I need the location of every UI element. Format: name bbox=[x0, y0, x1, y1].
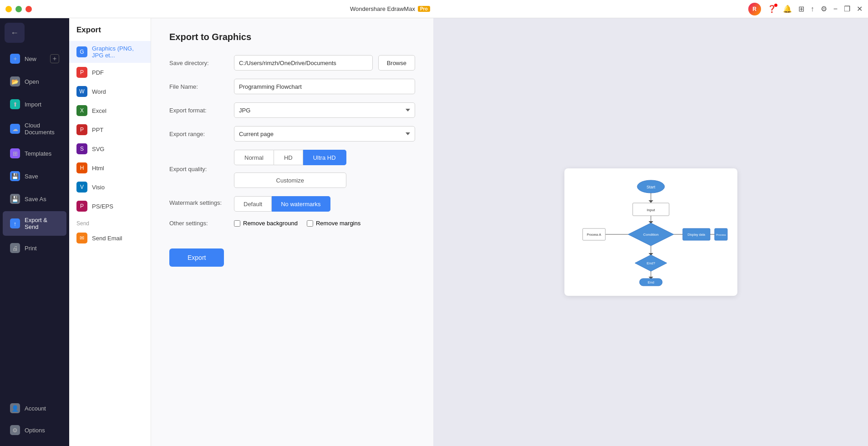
maximize-button[interactable] bbox=[15, 6, 22, 12]
quality-hd-button[interactable]: HD bbox=[274, 150, 303, 165]
export-format-select[interactable]: JPG PNG BMP SVG PDF bbox=[234, 102, 415, 118]
nav-item-templates[interactable]: ⊞ Templates bbox=[3, 143, 66, 164]
nav-item-saveas[interactable]: 💾 Save As bbox=[3, 188, 66, 209]
export-item-ppt[interactable]: P PPT bbox=[69, 120, 151, 139]
nav-item-cloud[interactable]: ☁ Cloud Documents bbox=[3, 117, 66, 141]
quality-normal-button[interactable]: Normal bbox=[234, 150, 274, 165]
export-item-visio[interactable]: V Visio bbox=[69, 177, 151, 197]
export-sidebar-title: Export bbox=[69, 25, 151, 41]
help-icon[interactable]: ❓ bbox=[767, 5, 777, 13]
app-title: Wondershare EdrawMax bbox=[350, 5, 415, 12]
nav-save-label: Save bbox=[25, 173, 38, 180]
nav-account-label: Account bbox=[25, 405, 46, 412]
export-item-word[interactable]: W Word bbox=[69, 82, 151, 101]
export-item-pdf[interactable]: P PDF bbox=[69, 63, 151, 82]
excel-icon: X bbox=[76, 105, 87, 116]
remove-background-item[interactable]: Remove background bbox=[234, 220, 298, 227]
pro-badge: Pro bbox=[418, 6, 430, 12]
export-item-svg[interactable]: S SVG bbox=[69, 139, 151, 158]
nav-item-new[interactable]: ＋ New ＋ bbox=[3, 48, 66, 69]
nav-item-save[interactable]: 💾 Save bbox=[3, 166, 66, 187]
minimize-win-icon[interactable]: − bbox=[833, 5, 838, 13]
nav-item-account[interactable]: 👤 Account bbox=[3, 398, 66, 419]
export-item-pseps[interactable]: P PS/EPS bbox=[69, 197, 151, 216]
send-section-label: Send bbox=[69, 216, 151, 228]
nav-export-label: Export & Send bbox=[25, 217, 59, 230]
new-plus-icon[interactable]: ＋ bbox=[50, 54, 59, 63]
watermark-row: Watermark settings: Default No watermark… bbox=[169, 196, 415, 212]
watermark-none-button[interactable]: No watermarks bbox=[272, 196, 330, 212]
export-item-email[interactable]: ✉ Send Email bbox=[69, 228, 151, 248]
nav-print-label: Print bbox=[25, 245, 37, 252]
main-layout: ← ＋ New ＋ 📂 Open ⬆ Import ☁ Cloud Docume… bbox=[0, 18, 868, 446]
nav-templates-label: Templates bbox=[25, 150, 51, 157]
apps-icon[interactable]: ⊞ bbox=[798, 5, 804, 13]
settings-icon[interactable]: ⚙ bbox=[821, 5, 827, 13]
nav-item-print[interactable]: 🖨 Print bbox=[3, 238, 66, 258]
file-name-input[interactable] bbox=[234, 79, 415, 94]
export-item-html[interactable]: H Html bbox=[69, 158, 151, 177]
nav-item-options[interactable]: ⚙ Options bbox=[3, 420, 66, 441]
watermark-controls: Default No watermarks bbox=[234, 196, 330, 212]
graphics-icon: G bbox=[76, 46, 87, 57]
close-button[interactable] bbox=[25, 6, 32, 12]
flowchart-preview: Start Input Condition bbox=[574, 177, 728, 287]
svg-text:Process: Process bbox=[716, 233, 726, 236]
export-item-excel[interactable]: X Excel bbox=[69, 101, 151, 120]
new-icon: ＋ bbox=[10, 54, 20, 64]
form-title: Export to Graphics bbox=[169, 32, 415, 42]
nav-item-export[interactable]: ↑ Export & Send bbox=[3, 211, 66, 236]
export-item-graphics[interactable]: G Graphics (PNG, JPG et... bbox=[69, 41, 151, 63]
remove-background-label: Remove background bbox=[243, 220, 298, 227]
save-directory-input[interactable] bbox=[234, 55, 373, 71]
nav-open-label: Open bbox=[25, 78, 39, 85]
nav-item-import[interactable]: ⬆ Import bbox=[3, 94, 66, 115]
print-icon: 🖨 bbox=[10, 243, 20, 253]
other-settings-label: Other settings: bbox=[169, 220, 228, 227]
ppt-icon: P bbox=[76, 124, 87, 135]
back-button[interactable]: ← bbox=[5, 23, 25, 43]
cloud-icon: ☁ bbox=[10, 124, 20, 134]
preview-area: Start Input Condition bbox=[433, 18, 868, 446]
quality-group: Normal HD Ultra HD bbox=[234, 150, 346, 165]
ppt-label: PPT bbox=[92, 127, 103, 133]
export-quality-label: Export quality: bbox=[169, 166, 228, 172]
pdf-label: PDF bbox=[92, 69, 104, 76]
quality-ultrahd-button[interactable]: Ultra HD bbox=[303, 150, 346, 165]
nav-cloud-label: Cloud Documents bbox=[25, 122, 59, 136]
export-range-select[interactable]: Current page All pages Selected pages bbox=[234, 126, 415, 142]
remove-margins-checkbox[interactable] bbox=[307, 220, 313, 227]
nav-item-open[interactable]: 📂 Open bbox=[3, 71, 66, 92]
svg-text:End: End bbox=[647, 280, 654, 284]
maximize-win-icon[interactable]: ❐ bbox=[844, 5, 850, 13]
account-icon: 👤 bbox=[10, 403, 20, 413]
customize-button[interactable]: Customize bbox=[234, 172, 346, 188]
checkbox-group: Remove background Remove margins bbox=[234, 220, 360, 227]
html-label: Html bbox=[92, 165, 104, 172]
export-quality-row: Export quality: Normal HD Ultra HD Custo… bbox=[169, 150, 415, 188]
share-icon[interactable]: ↑ bbox=[811, 5, 814, 13]
svg-icon: S bbox=[76, 143, 87, 154]
nav-saveas-label: Save As bbox=[25, 196, 46, 203]
browse-button[interactable]: Browse bbox=[378, 55, 415, 71]
close-win-icon[interactable]: ✕ bbox=[857, 5, 863, 13]
nav-options-label: Options bbox=[25, 427, 45, 434]
notification-dot bbox=[774, 4, 777, 7]
remove-background-checkbox[interactable] bbox=[234, 220, 240, 227]
other-settings-row: Other settings: Remove background Remove… bbox=[169, 220, 415, 227]
graphics-label: Graphics (PNG, JPG et... bbox=[92, 45, 143, 59]
window-controls[interactable] bbox=[5, 6, 32, 12]
watermark-default-button[interactable]: Default bbox=[234, 196, 272, 212]
remove-margins-item[interactable]: Remove margins bbox=[307, 220, 360, 227]
app-title-area: Wondershare EdrawMax Pro bbox=[350, 5, 430, 12]
nav-new-label: New bbox=[25, 56, 36, 62]
file-name-row: File Name: bbox=[169, 79, 415, 94]
titlebar-right: R ❓ 🔔 ⊞ ↑ ⚙ − ❐ ✕ bbox=[748, 3, 863, 15]
bell-icon[interactable]: 🔔 bbox=[783, 5, 792, 13]
export-button[interactable]: Export bbox=[169, 248, 224, 267]
user-avatar[interactable]: R bbox=[748, 3, 761, 15]
templates-icon: ⊞ bbox=[10, 148, 20, 158]
minimize-button[interactable] bbox=[5, 6, 12, 12]
pseps-icon: P bbox=[76, 201, 87, 212]
save-directory-row: Save directory: Browse bbox=[169, 55, 415, 71]
